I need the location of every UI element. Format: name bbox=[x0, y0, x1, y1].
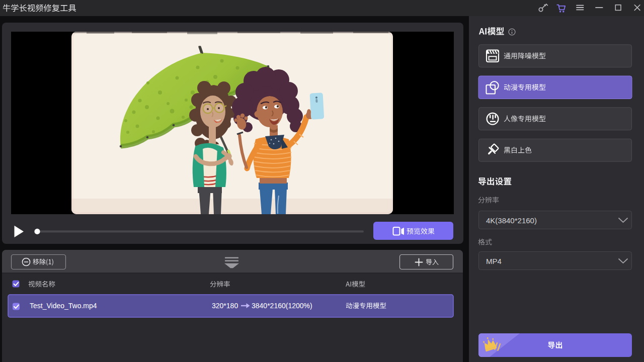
svg-text:MP4: MP4 bbox=[486, 257, 502, 265]
svg-text:320*180: 320*180 bbox=[212, 302, 238, 310]
svg-text:Test_Video_Two.mp4: Test_Video_Two.mp4 bbox=[30, 302, 97, 310]
svg-text:3840*2160(1200%): 3840*2160(1200%) bbox=[252, 302, 312, 310]
svg-text:4K(3840*2160): 4K(3840*2160) bbox=[486, 216, 537, 225]
